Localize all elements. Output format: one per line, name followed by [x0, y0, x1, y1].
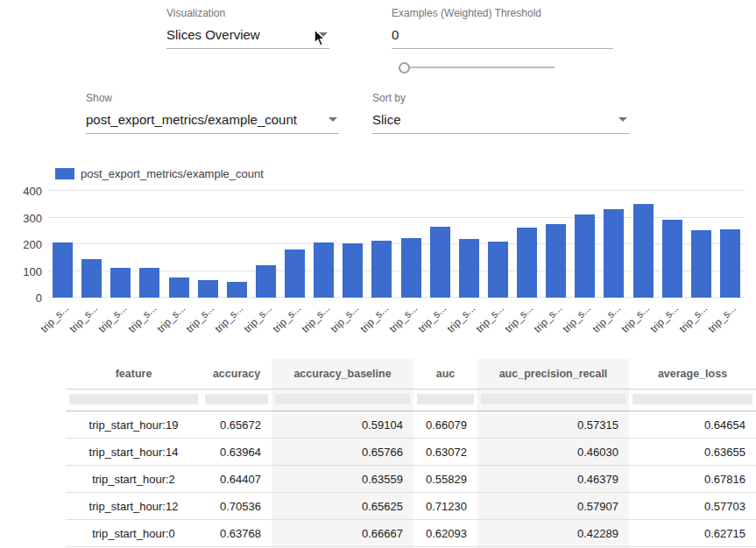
column-filter-input-feature[interactable]: [69, 394, 198, 404]
bar[interactable]: [575, 214, 595, 298]
threshold-input[interactable]: 0: [392, 27, 613, 49]
column-header-average_loss[interactable]: average_loss: [629, 359, 756, 390]
column-filter-input-accuracy[interactable]: [205, 394, 268, 404]
bar[interactable]: [227, 282, 247, 298]
metric-cell: 0.65672: [201, 411, 272, 439]
mouse-cursor-icon: [314, 29, 327, 47]
bar-slot: [512, 191, 541, 298]
bar[interactable]: [110, 268, 131, 298]
bar[interactable]: [81, 259, 102, 298]
visualization-dropdown[interactable]: Slices Overview: [166, 27, 329, 49]
bar[interactable]: [139, 268, 159, 298]
metric-cell: 0.63072: [413, 439, 477, 466]
bar[interactable]: [459, 239, 479, 298]
bar[interactable]: [285, 249, 305, 298]
show-label: Show: [86, 92, 339, 104]
filter-cell: [272, 390, 413, 411]
feature-cell: trip_start_hour:14: [66, 439, 201, 466]
legend-label: post_export_metrics/example_count: [81, 167, 264, 180]
metric-cell: 0.62715: [629, 520, 756, 547]
bar-slot: [251, 191, 280, 298]
bar[interactable]: [198, 280, 218, 298]
feature-cell: trip_start_hour:12: [66, 493, 201, 520]
metrics-table-header: featureaccuracyaccuracy_baselineaucauc_p…: [66, 359, 756, 411]
column-header-auc_precision_recall[interactable]: auc_precision_recall: [477, 359, 629, 390]
y-tick-label: 0: [9, 292, 42, 305]
bar[interactable]: [430, 227, 450, 298]
bar-slot: [77, 191, 106, 298]
threshold-value: 0: [392, 27, 399, 42]
bar[interactable]: [169, 278, 189, 298]
bar[interactable]: [314, 242, 334, 298]
bar[interactable]: [401, 238, 421, 298]
threshold-slider[interactable]: [399, 61, 555, 74]
bar-slot: [687, 191, 716, 298]
metric-cell: 0.71230: [413, 493, 477, 520]
bar-slot: [48, 191, 77, 298]
bar[interactable]: [488, 242, 508, 298]
bar-chart-x-axis: trip_s...trip_s...trip_s...trip_s...trip…: [48, 298, 745, 347]
table-row[interactable]: trip_start_hour:20.644070.635590.558290.…: [66, 466, 756, 493]
bar-slot: [397, 191, 426, 298]
dropdown-arrow-icon[interactable]: [618, 117, 627, 122]
metric-cell: 0.63964: [201, 439, 272, 466]
table-row[interactable]: trip_start_hour:140.639640.657660.630720…: [66, 439, 756, 466]
table-row[interactable]: trip_start_hour:190.656720.591040.660790…: [66, 411, 756, 439]
y-tick-label: 400: [9, 185, 42, 198]
metric-cell: 0.63655: [629, 439, 756, 466]
filter-cell: [201, 390, 272, 411]
bar-slot: [541, 191, 570, 298]
filter-cell: [477, 390, 629, 411]
column-filter-input-accuracy_baseline[interactable]: [275, 394, 410, 404]
metric-cell: 0.46030: [477, 439, 629, 466]
show-dropdown[interactable]: post_export_metrics/example_count: [86, 112, 339, 134]
metric-cell: 0.64654: [629, 411, 756, 439]
metric-cell: 0.66667: [272, 520, 413, 547]
sort-by-control: Sort by Slice: [372, 92, 629, 134]
bar[interactable]: [662, 220, 682, 298]
bar-slot: [716, 191, 745, 298]
table-row[interactable]: trip_start_hour:120.705360.656250.712300…: [66, 493, 756, 520]
bar[interactable]: [691, 230, 711, 298]
bar-chart-plot: 0100200300400: [48, 191, 745, 298]
column-filter-input-auc_precision_recall[interactable]: [481, 394, 625, 404]
column-header-auc[interactable]: auc: [413, 359, 477, 390]
y-tick-label: 100: [9, 264, 42, 278]
bar-slot: [426, 191, 455, 298]
metric-cell: 0.65625: [272, 493, 413, 520]
bar[interactable]: [546, 224, 566, 298]
visualization-label: Visualization: [166, 7, 329, 19]
sort-by-dropdown[interactable]: Slice: [372, 112, 629, 134]
slider-thumb[interactable]: [399, 62, 410, 74]
metric-cell: 0.63768: [201, 520, 272, 547]
bar-slot: [135, 191, 164, 298]
bar-slot: [223, 191, 251, 298]
column-filter-input-average_loss[interactable]: [632, 394, 752, 404]
table-row[interactable]: trip_start_hour:00.637680.666670.620930.…: [66, 520, 756, 547]
bar-slot: [629, 191, 658, 298]
column-header-feature[interactable]: feature: [66, 359, 201, 390]
bar[interactable]: [343, 243, 363, 298]
column-filter-input-auc[interactable]: [417, 394, 474, 404]
metric-cell: 0.57315: [477, 411, 629, 439]
visualization-dropdown-value: Slices Overview: [166, 27, 260, 42]
x-tick-label: trip_s...: [39, 302, 72, 335]
bar[interactable]: [371, 241, 392, 298]
bar[interactable]: [256, 265, 276, 298]
x-tick: trip_s...: [716, 298, 745, 347]
column-header-accuracy[interactable]: accuracy: [201, 359, 272, 390]
metric-cell: 0.64407: [201, 466, 272, 493]
bar[interactable]: [604, 209, 624, 298]
visualization-control: Visualization Slices Overview: [166, 7, 329, 49]
bar[interactable]: [53, 242, 73, 298]
bar[interactable]: [720, 229, 740, 298]
metric-cell: 0.70536: [201, 493, 272, 520]
bar[interactable]: [633, 204, 654, 298]
column-header-accuracy_baseline[interactable]: accuracy_baseline: [272, 359, 413, 390]
bar-slot: [280, 191, 309, 298]
metric-cell: 0.62093: [413, 520, 477, 547]
bar-slot: [367, 191, 396, 298]
slider-track[interactable]: [399, 67, 555, 68]
dropdown-arrow-icon[interactable]: [329, 117, 337, 122]
bar[interactable]: [517, 228, 537, 298]
